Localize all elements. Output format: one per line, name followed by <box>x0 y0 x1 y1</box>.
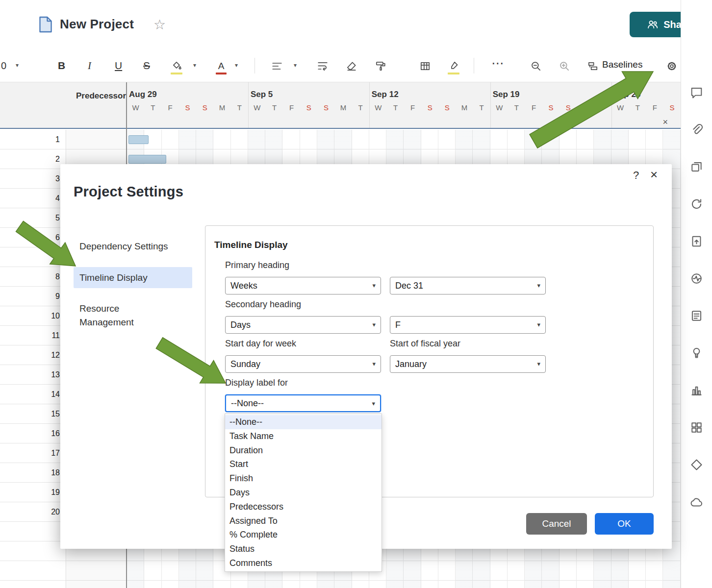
row-number[interactable]: 4 <box>0 189 66 208</box>
italic-button[interactable]: I <box>88 57 91 74</box>
row-number[interactable]: 2 <box>0 149 66 169</box>
settings-nav-item[interactable]: Resource Management <box>74 298 192 333</box>
settings-nav-item[interactable]: Timeline Display <box>74 267 192 289</box>
row-number[interactable]: 7 <box>0 247 66 267</box>
text-color-button[interactable]: A <box>215 60 228 73</box>
attachment-button[interactable] <box>688 122 706 139</box>
toolbar-separator <box>254 58 255 74</box>
day-letter: T <box>629 102 646 114</box>
row-number[interactable]: 3 <box>0 169 66 189</box>
zoom-in-button[interactable] <box>558 60 571 73</box>
dropdown-option[interactable]: Task Name <box>225 429 381 443</box>
ok-button[interactable]: OK <box>595 513 654 535</box>
bold-button[interactable]: B <box>58 57 65 74</box>
fill-color-button[interactable] <box>171 60 183 73</box>
dropdown-option[interactable]: Days <box>225 486 381 500</box>
highlight-color-swatch <box>448 73 459 74</box>
settings-nav-label: Resource Management <box>79 302 173 329</box>
row-number[interactable]: 16 <box>0 424 66 443</box>
diamond-button[interactable] <box>688 457 706 474</box>
row-number[interactable]: 14 <box>0 385 66 404</box>
activity-log-button[interactable] <box>688 270 706 288</box>
start-day-select[interactable]: Sunday▾ <box>225 355 381 373</box>
font-size-caret-icon[interactable]: ▾ <box>16 62 19 69</box>
table-button[interactable] <box>419 60 432 73</box>
dropdown-option[interactable]: Assigned To <box>225 514 381 528</box>
summary-button[interactable] <box>688 308 706 325</box>
fiscal-year-select[interactable]: January▾ <box>390 355 546 373</box>
timeline-close-icon[interactable]: × <box>662 118 668 126</box>
publish-button[interactable] <box>688 233 706 251</box>
row-number[interactable]: 15 <box>0 404 66 424</box>
secondary-heading-select[interactable]: Days▾ <box>225 316 381 334</box>
row-number[interactable]: 13 <box>0 365 66 385</box>
wrap-text-button[interactable] <box>316 60 329 73</box>
cloud-icon <box>690 495 703 511</box>
font-size-value[interactable]: 0 <box>1 57 6 74</box>
balloon-icon <box>690 346 703 362</box>
predecessors-column-header[interactable]: Predecessors <box>76 91 127 101</box>
row-number[interactable]: 10 <box>0 306 66 326</box>
update-request-button[interactable] <box>688 196 706 214</box>
row-number[interactable]: 20 <box>0 502 66 522</box>
row-number[interactable]: 12 <box>0 345 66 365</box>
more-options-button[interactable]: ⋯ <box>491 55 504 72</box>
highlighter-button[interactable] <box>448 60 460 73</box>
dropdown-option[interactable]: Start <box>225 457 381 471</box>
format-painter-button[interactable] <box>374 60 387 73</box>
row-number[interactable]: 11 <box>0 326 66 345</box>
row-number[interactable]: 18 <box>0 463 66 483</box>
close-icon[interactable]: × <box>650 167 658 182</box>
align-left-icon <box>271 60 283 72</box>
settings-nav-item[interactable]: Dependency Settings <box>74 236 192 257</box>
highlighter-icon <box>448 60 460 72</box>
underline-button[interactable]: U <box>115 57 122 74</box>
row-number[interactable]: 19 <box>0 483 66 502</box>
fill-color-caret-icon[interactable]: ▾ <box>193 62 196 69</box>
primary-heading-select[interactable]: Weeks▾ <box>225 277 381 294</box>
dropdown-option[interactable]: Status <box>225 542 381 556</box>
cancel-button[interactable]: Cancel <box>526 513 587 535</box>
dropdown-option[interactable]: Comments <box>225 556 381 570</box>
balloon-button[interactable] <box>688 345 706 363</box>
display-label-select[interactable]: --None--▾ <box>225 394 381 412</box>
attachment-icon <box>690 123 703 138</box>
row-number[interactable]: 1 <box>0 130 66 149</box>
favorite-star-icon[interactable]: ☆ <box>153 17 166 33</box>
zoom-out-button[interactable] <box>530 60 542 73</box>
help-icon[interactable]: ? <box>633 169 639 182</box>
row-number[interactable]: 5 <box>0 208 66 228</box>
row-number[interactable]: 8 <box>0 267 66 287</box>
week-label: Sep 12 <box>370 87 490 102</box>
cloud-button[interactable] <box>688 494 706 512</box>
day-letter: W <box>249 102 266 114</box>
card-view-button[interactable] <box>688 419 706 437</box>
align-left-button[interactable] <box>271 60 283 73</box>
dropdown-option[interactable]: % Complete <box>225 528 381 542</box>
strikethrough-button[interactable]: S <box>143 57 150 74</box>
app-window: New Project ☆ Share 0 ▾ B I U S ▾ A ▾ ▾ <box>0 0 712 588</box>
day-letter: W <box>612 102 629 114</box>
eraser-button[interactable] <box>345 60 358 73</box>
row-number[interactable]: 6 <box>0 228 66 247</box>
dropdown-option[interactable]: Finish <box>225 471 381 486</box>
task-bar[interactable] <box>128 155 166 164</box>
align-caret-icon[interactable]: ▾ <box>294 62 297 69</box>
comment-button[interactable] <box>688 84 706 102</box>
row-number[interactable]: 17 <box>0 443 66 463</box>
primary-heading-format-select[interactable]: Dec 31▾ <box>390 277 546 294</box>
dropdown-option[interactable]: --None-- <box>225 415 381 429</box>
row-number[interactable]: 9 <box>0 287 66 306</box>
dropdown-option[interactable]: Duration <box>225 443 381 458</box>
baselines-label[interactable]: Baselines <box>602 59 642 70</box>
proofs-button[interactable] <box>688 159 706 176</box>
settings-gear-button[interactable] <box>665 60 678 73</box>
chart-button[interactable] <box>688 382 706 400</box>
secondary-heading-format-select[interactable]: F▾ <box>390 316 546 334</box>
dropdown-option[interactable]: Predecessors <box>225 500 381 514</box>
task-bar[interactable] <box>128 135 149 144</box>
baselines-button[interactable] <box>586 60 599 73</box>
select-value: --None-- <box>231 398 264 409</box>
display-label-label: Display label for <box>225 378 288 388</box>
text-color-caret-icon[interactable]: ▾ <box>235 62 238 69</box>
